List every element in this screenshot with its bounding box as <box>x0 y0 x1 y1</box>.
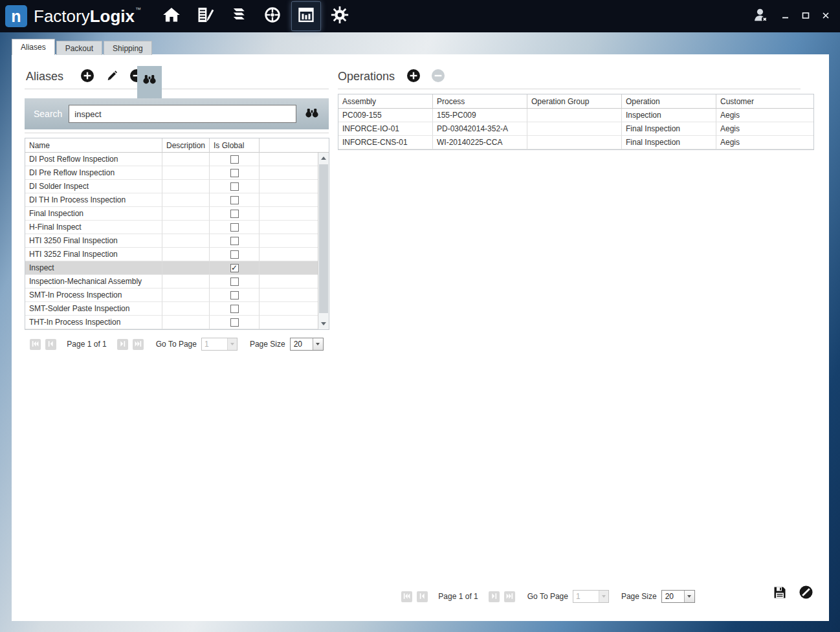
nav-edit-document-button[interactable] <box>190 2 220 30</box>
page-size-select[interactable]: 20 <box>661 590 695 603</box>
scrollbar-down-button[interactable] <box>318 318 329 329</box>
alias-row[interactable]: H-Final Inspect <box>25 221 329 234</box>
remove-icon-disabled <box>431 69 445 85</box>
column-header-customer[interactable]: Customer <box>716 94 813 109</box>
alias-extra-cell <box>260 221 318 234</box>
column-header-description[interactable]: Description <box>162 138 210 153</box>
nav-settings-button[interactable] <box>325 2 355 30</box>
next-page-button[interactable] <box>117 339 128 350</box>
alias-row[interactable]: DI Post Reflow Inspection <box>25 153 329 166</box>
aliases-pagination: Page 1 of 1 Go To Page Page Size 20 <box>25 336 329 352</box>
add-alias-button[interactable] <box>80 69 94 83</box>
is-global-checkbox[interactable] <box>230 182 239 191</box>
alias-row[interactable]: Inspection-Mechanical Assembly <box>25 275 329 289</box>
alias-is-global-cell <box>210 248 260 261</box>
alias-row[interactable]: DI Pre Reflow Inspection <box>25 166 329 180</box>
alias-row[interactable]: HTI 3250 Final Inspection <box>25 234 329 248</box>
is-global-checkbox[interactable] <box>230 223 239 232</box>
alias-is-global-cell <box>210 153 260 166</box>
is-global-checkbox[interactable] <box>230 210 239 218</box>
operation-row[interactable]: INFORCE-CNS-01WI-20140225-CCAFinal Inspe… <box>338 136 813 149</box>
operation-row[interactable]: PC009-155155-PC009InspectionAegis <box>338 109 813 122</box>
is-global-checkbox[interactable] <box>230 250 239 259</box>
save-button[interactable] <box>773 585 787 602</box>
column-header-operation[interactable]: Operation <box>622 94 716 109</box>
alias-description-cell <box>162 275 210 289</box>
go-to-page-label: Go To Page <box>156 340 197 349</box>
minimize-icon <box>782 10 790 22</box>
nav-stacked-documents-button[interactable] <box>224 2 254 30</box>
page-size-dropdown-button[interactable] <box>684 591 694 602</box>
column-header-process[interactable]: Process <box>433 94 527 109</box>
nav-reports-button[interactable] <box>291 1 321 31</box>
alias-row[interactable]: SMT-Solder Paste Inspection <box>25 302 329 316</box>
previous-page-button[interactable] <box>417 591 428 602</box>
alias-row[interactable]: DI TH In Process Inspection <box>25 193 329 207</box>
scrollbar-up-button[interactable] <box>318 153 329 164</box>
column-header-assembly[interactable]: Assembly <box>338 94 433 109</box>
first-page-button[interactable] <box>401 591 412 602</box>
operation-customer-cell: Aegis <box>716 122 813 136</box>
edit-alias-button[interactable] <box>105 69 118 84</box>
alias-name-cell: DI TH In Process Inspection <box>25 193 162 207</box>
is-global-checkbox[interactable]: ✓ <box>230 264 239 272</box>
remove-operation-button[interactable] <box>431 69 445 83</box>
alias-row[interactable]: SMT-In Process Inspection <box>25 289 329 302</box>
is-global-checkbox[interactable] <box>230 196 239 204</box>
search-input[interactable] <box>69 105 296 123</box>
alias-row[interactable]: HTI 3252 Final Inspection <box>25 248 329 261</box>
column-header-is-global[interactable]: Is Global <box>210 138 260 153</box>
is-global-checkbox[interactable] <box>230 318 239 327</box>
tab-aliases[interactable]: Aliases <box>12 39 55 55</box>
nav-home-button[interactable] <box>157 2 186 30</box>
go-to-page-input[interactable] <box>573 591 599 602</box>
column-header-name[interactable]: Name <box>25 138 162 153</box>
is-global-checkbox[interactable] <box>230 155 239 164</box>
next-page-icon <box>491 592 498 602</box>
brand-trademark: ™ <box>135 6 141 13</box>
alias-name-cell: HTI 3250 Final Inspection <box>25 234 162 248</box>
go-to-page-field[interactable] <box>201 338 238 351</box>
cancel-button[interactable] <box>799 585 813 602</box>
tab-shipping[interactable]: Shipping <box>104 41 152 55</box>
scrollbar-thumb[interactable] <box>319 164 328 313</box>
user-account-button[interactable] <box>752 6 769 27</box>
go-to-page-field[interactable] <box>573 590 609 603</box>
alias-row[interactable]: THT-In Process Inspection <box>25 316 329 329</box>
go-to-page-spinner[interactable] <box>227 338 237 350</box>
is-global-checkbox[interactable] <box>230 237 239 245</box>
first-page-button[interactable] <box>30 339 41 350</box>
maximize-button[interactable] <box>802 10 810 22</box>
nav-compass-button[interactable] <box>258 2 287 30</box>
last-page-icon <box>506 592 513 602</box>
aliases-scrollbar[interactable] <box>318 153 329 329</box>
operation-row[interactable]: INFORCE-IO-01PD-03042014-352-AFinal Insp… <box>338 122 813 136</box>
next-page-button[interactable] <box>489 591 500 602</box>
search-go-button[interactable] <box>304 105 320 123</box>
search-aliases-button[interactable] <box>137 66 162 98</box>
page-size-select[interactable]: 20 <box>290 338 324 351</box>
alias-row[interactable]: Inspect✓ <box>25 261 329 275</box>
close-button[interactable] <box>822 10 830 22</box>
search-divider <box>25 133 329 133</box>
go-to-page-input[interactable] <box>202 338 227 350</box>
is-global-checkbox[interactable] <box>230 169 239 177</box>
go-to-page-spinner[interactable] <box>599 591 608 602</box>
alias-is-global-cell <box>210 302 260 316</box>
is-global-checkbox[interactable] <box>230 278 239 286</box>
page-size-dropdown-button[interactable] <box>313 338 323 350</box>
last-page-button[interactable] <box>133 339 144 350</box>
alias-extra-cell <box>260 207 318 221</box>
alias-row[interactable]: DI Solder Inspect <box>25 180 329 193</box>
last-page-button[interactable] <box>504 591 515 602</box>
alias-extra-cell <box>260 261 318 275</box>
add-operation-button[interactable] <box>406 69 421 83</box>
is-global-checkbox[interactable] <box>230 291 239 300</box>
is-global-checkbox[interactable] <box>230 305 239 313</box>
minimize-button[interactable] <box>782 10 790 22</box>
alias-row[interactable]: Final Inspection <box>25 207 329 221</box>
previous-page-button[interactable] <box>45 339 56 350</box>
tab-packout[interactable]: Packout <box>56 41 102 55</box>
alias-name-cell: Inspection-Mechanical Assembly <box>25 275 162 289</box>
column-header-operation-group[interactable]: Operation Group <box>527 94 622 109</box>
